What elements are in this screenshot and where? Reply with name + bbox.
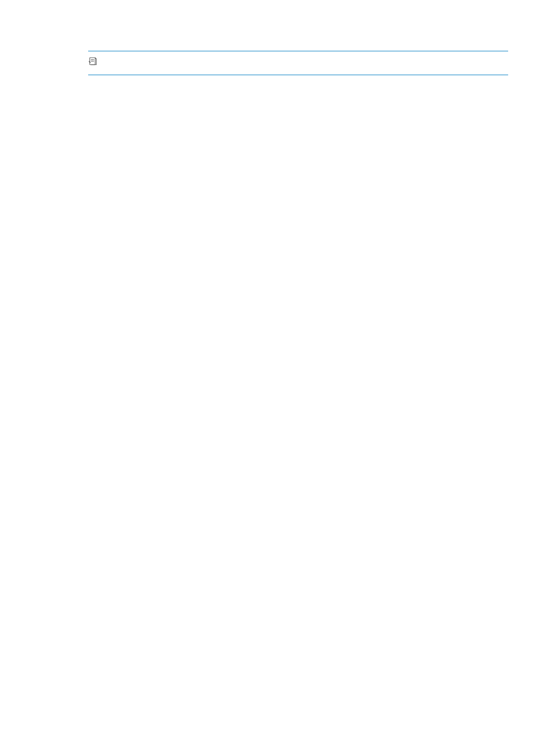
footer-left [52,711,61,719]
note-block [88,51,508,75]
note-text [100,57,104,68]
note-icon [88,57,100,69]
document-page [0,0,560,745]
page-footer [52,711,508,719]
